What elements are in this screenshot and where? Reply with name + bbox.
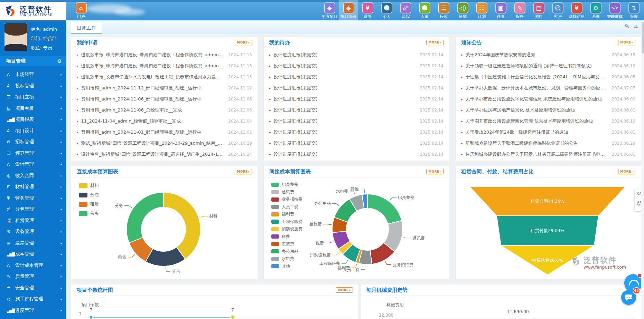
- sidebar-item-发票管理[interactable]: ≣发票管理▸: [0, 238, 66, 249]
- list-item[interactable]: ▸设计进度汇报(未提交)2025.02.14: [269, 49, 444, 60]
- legend-item-劳务[interactable]: 劳务: [79, 209, 99, 218]
- sidebar-item-项目立项[interactable]: ☰项目立项▸: [0, 91, 66, 103]
- list-item[interactable]: ▸费用报销_admin_2024-11-06_总经理审批__完成2024.11.…: [77, 105, 252, 116]
- list-item[interactable]: ▸进度款申报_长春市伊通河水力发电厂改建工程_长春市伊通河水力发电...2024…: [77, 71, 252, 83]
- nav-item-9[interactable]: ☷计划: [472, 0, 491, 20]
- nav-item-14[interactable]: ¥基础信息: [567, 0, 586, 20]
- sidebar-item-质量管理[interactable]: ✎质量管理▸: [0, 271, 66, 282]
- sidebar-item-收入合同[interactable]: ◎收入合同▸: [0, 170, 66, 182]
- more-button[interactable]: MORE▸: [618, 169, 635, 174]
- legend-item-福利费[interactable]: 福利费: [271, 211, 302, 218]
- more-button[interactable]: MORE▸: [426, 40, 444, 45]
- nav-item-16[interactable]: </>智能建模: [605, 0, 624, 20]
- sidebar-item-项目设计[interactable]: A项目设计▸: [0, 125, 66, 137]
- list-item[interactable]: ▸设计进度汇报(未提交)2025.02.14: [269, 116, 444, 127]
- sidebar-item-设计管理[interactable]: A设计管理▸: [0, 159, 66, 170]
- list-item[interactable]: ▸进度款申报_珠海鹤港口建设_珠海鹤港口建设工程合作协议书_admin_...2…: [77, 60, 252, 71]
- legend-item-材料[interactable]: 材料: [79, 181, 99, 190]
- sidebar-item-劳务管理[interactable]: Ψ劳务管理▸: [0, 193, 66, 204]
- sidebar-item-租赁管理[interactable]: ⌛租赁管理▸: [0, 215, 66, 226]
- list-item[interactable]: ▸费用报销_admin_2024-11-01_部门经理审批_胡建,_运行中202…: [77, 127, 252, 138]
- more-button[interactable]: MORE▸: [235, 169, 252, 174]
- nav-item-3[interactable]: ¥财务: [358, 0, 377, 20]
- list-item[interactable]: ▸关于举办住房与房地产信息化 技术及应用培训班的通知2024.06.01: [461, 105, 635, 116]
- list-item[interactable]: ▸费用报销_admin_2024-11-12_部门经理审批_胡建,_运行中202…: [77, 83, 252, 94]
- legend-item-业务招待费[interactable]: 业务招待费: [271, 196, 302, 203]
- nav-item-8[interactable]: ◁)通知: [453, 0, 472, 20]
- nav-item-1[interactable]: ◈甲方项目: [320, 0, 339, 20]
- settings-gear-icon[interactable]: ⚙: [57, 58, 62, 64]
- nav-item-7[interactable]: ☰行政: [434, 0, 453, 20]
- sidebar-item-材料管理[interactable]: ⊞材料管理▸: [0, 181, 66, 193]
- list-item[interactable]: ▸房和城乡建设厅关于取消二级建造师临时执业证书的公告2023.08.29: [461, 138, 635, 149]
- sidebar-item-设计成本管理[interactable]: A设计成本管理▸: [0, 260, 66, 271]
- list-item[interactable]: ▸关于举办市政公用设施数字化管理信息 系统建设与应用培训班的通知2024.06.…: [461, 94, 635, 105]
- sidebar-item-证件管理[interactable]: ▣证件管理▸: [0, 316, 66, 319]
- sidebar-item-成本管理[interactable]: ▂▅▇成本管理▸: [0, 249, 66, 260]
- nav-item-2[interactable]: ◈项目管理: [339, 0, 358, 20]
- legend-item-人员工资[interactable]: 人员工资: [271, 203, 302, 211]
- legend-item-消防设施费[interactable]: 消防设施费: [271, 225, 302, 233]
- sidebar-item-市场经营[interactable]: A市场经营▸: [0, 69, 66, 80]
- list-item[interactable]: ▸关于举办大数据、云计算技术在城市建设、规划、管理与服务中的应用培训班...20…: [461, 83, 635, 94]
- sidebar-item-进度管理[interactable]: ▂▅▇进度管理▸: [0, 305, 66, 316]
- list-item[interactable]: ▸设计进度汇报(未提交)2025.02.14: [269, 127, 444, 138]
- list-item[interactable]: ▸关于发放2024年第24批一级建造师注册证书的通知2024.06.01: [461, 127, 635, 138]
- sidebar-item-施工过程管理[interactable]: ◔施工过程管理▸: [0, 293, 66, 305]
- more-button[interactable]: MORE▸: [235, 40, 252, 45]
- nav-item-4[interactable]: ☻个人: [377, 0, 396, 20]
- sidebar-item-项目看板[interactable]: ▤项目看板▸: [0, 103, 66, 114]
- list-item[interactable]: ▸进度款申报_珠海鹤港口建设_珠海鹤港口建设工程合作协议书_admin_...2…: [77, 49, 252, 60]
- list-item[interactable]: ▸关于领取一级注册建造师增项贴的通知 (须持一建证书前来领取)2024.06.1…: [461, 60, 635, 71]
- legend-item-办公用品[interactable]: 办公用品: [271, 248, 302, 255]
- legend-item-租赁[interactable]: 租赁: [79, 200, 99, 209]
- list-item[interactable]: ▸设计进度汇报(未提交)2025.02.14: [269, 83, 444, 94]
- nav-item-11[interactable]: ✎报告: [510, 0, 529, 20]
- key-icon[interactable]: [625, 24, 630, 29]
- sidebar-item-投标管理[interactable]: A投标管理▸: [0, 80, 66, 92]
- sidebar-item-分包管理[interactable]: x²分包管理▸: [0, 204, 66, 215]
- list-item[interactable]: ▸11_2024-11-04_admin_经营部_领导审批__完成2024.11…: [77, 116, 252, 127]
- legend-item-通讯费[interactable]: 通讯费: [271, 188, 302, 196]
- nav-item-13[interactable]: ☺客户: [548, 0, 567, 20]
- tab-daily-work[interactable]: 日常工作: [71, 22, 102, 34]
- list-item[interactable]: ▸设计进度汇报(未提交)2025.02.14: [269, 149, 444, 160]
- legend-item-税费[interactable]: 税费: [271, 233, 302, 241]
- scrollbar-thumb[interactable]: [642, 22, 644, 54]
- nav-item-12[interactable]: ▤资料: [529, 0, 548, 20]
- more-button[interactable]: MORE▸: [426, 169, 444, 174]
- sidebar-item-label: 招标管理: [15, 139, 34, 145]
- list-item[interactable]: ▸关于2024年国庆节放假安排的通知2024.06.15: [461, 49, 635, 60]
- nav-item-17[interactable]: ⇅管理: [624, 0, 643, 20]
- nav-item-6[interactable]: ☻人事: [415, 0, 434, 20]
- list-item[interactable]: ▸设计进度汇报(未提交)2025.02.14: [269, 105, 444, 116]
- nav-item-5[interactable]: ☍流程: [396, 0, 415, 20]
- sidebar-item-招标管理[interactable]: ✉招标管理▸: [0, 136, 66, 148]
- list-item[interactable]: ▸费用报销_admin_2024-11-06_部门经理审批_胡建,_运行中202…: [77, 94, 252, 105]
- list-item[interactable]: ▸设计进度汇报(未提交)2025.02.14: [269, 94, 444, 105]
- list-item[interactable]: ▸住房和城乡建设部办公厅关于同意吉林省开展二级建造师注册证书电子化试点...20…: [461, 149, 635, 160]
- legend-item-其他[interactable]: 其他: [271, 263, 302, 270]
- nav-item-15[interactable]: ⚙系统: [586, 0, 605, 20]
- legend-item-差旅费[interactable]: 差旅费: [271, 240, 302, 248]
- list-item[interactable]: ▸设计进度汇报(未提交)2025.02.14: [269, 60, 444, 71]
- more-button[interactable]: MORE▸: [618, 40, 635, 45]
- sidebar-item-预算管理[interactable]: ❏预算管理▸: [0, 148, 66, 159]
- nav-item-portal[interactable]: ⌂ 门户: [72, 0, 91, 20]
- list-item[interactable]: ▸关于召开市政公用设施智慧化管理 信息技术与应用培训班的通知2024.06.19: [461, 116, 635, 127]
- nav-item-10[interactable]: ▣任务: [491, 0, 510, 20]
- sidebar-item-安全管理[interactable]: ☂安全管理▸: [0, 282, 66, 294]
- list-item[interactable]: ▸设计进度汇报(未提交)2025.02.14: [269, 138, 444, 149]
- legend-item-分包[interactable]: 分包: [79, 190, 99, 200]
- legend-item-水电费[interactable]: 水电费: [271, 255, 302, 263]
- list-item[interactable]: ▸测试_彭祖新城"四馆"景观工程设计项目_2024-10-29_admin_结束…: [77, 138, 252, 149]
- more-button[interactable]: MORE▸: [336, 287, 353, 293]
- collapse-arrows-icon[interactable]: ⇄: [634, 24, 638, 29]
- legend-item-工程保险费[interactable]: 工程保险费: [271, 218, 302, 226]
- sidebar-item-项目报表[interactable]: ▂▅▇项目报表▸: [0, 114, 66, 125]
- list-item[interactable]: ▸设计进度汇报(未提交)2025.02.14: [269, 71, 444, 83]
- list-item[interactable]: ▸于征集《中国建筑施工行业信息化发展报告 (2024) —BIM应用与发展》材料…: [461, 71, 635, 83]
- list-item[interactable]: ▸设计审查_彭祖新城"四馆"景观工程设计项目_请选择_胡广生_2024-10-2…: [77, 149, 252, 160]
- legend-item-职员餐费[interactable]: 职员餐费: [271, 181, 302, 188]
- sidebar-item-设备管理[interactable]: ⚒设备管理▸: [0, 226, 66, 238]
